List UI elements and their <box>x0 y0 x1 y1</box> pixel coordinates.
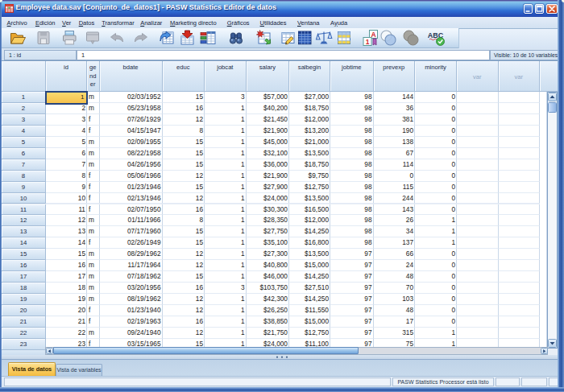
svg-text:1: 1 <box>366 38 370 46</box>
